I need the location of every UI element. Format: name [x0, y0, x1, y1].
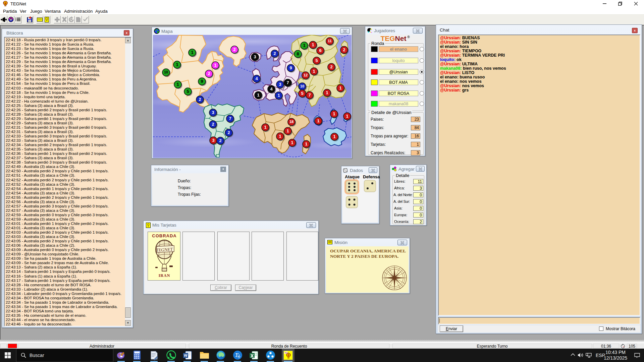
svg-text:3: 3 [212, 138, 214, 143]
svg-text:1: 1 [312, 42, 314, 47]
svg-text:7: 7 [308, 93, 311, 98]
svg-text:9: 9 [289, 65, 292, 70]
svg-text:2: 2 [199, 97, 201, 102]
svg-text:1: 1 [339, 85, 341, 90]
svg-text:1: 1 [317, 118, 319, 123]
svg-text:7: 7 [286, 80, 289, 85]
svg-text:6: 6 [319, 48, 321, 53]
svg-text:7: 7 [229, 116, 231, 121]
svg-text:1: 1 [305, 141, 307, 146]
svg-text:1: 1 [303, 43, 305, 48]
svg-text:4: 4 [270, 86, 273, 92]
svg-text:1: 1 [191, 50, 193, 55]
svg-text:3: 3 [212, 110, 214, 115]
svg-text:1: 1 [214, 63, 216, 68]
svg-text:4: 4 [255, 76, 258, 81]
svg-text:18: 18 [289, 120, 293, 124]
svg-text:1: 1 [279, 134, 281, 139]
svg-text:1: 1 [176, 62, 178, 67]
svg-text:2: 2 [208, 71, 210, 76]
svg-text:2: 2 [233, 47, 235, 52]
svg-text:2: 2 [343, 47, 345, 52]
svg-text:1: 1 [176, 82, 179, 87]
svg-text:1: 1 [313, 69, 315, 74]
svg-text:2: 2 [227, 130, 230, 135]
svg-text:3: 3 [279, 82, 281, 87]
svg-text:1: 1 [333, 111, 335, 116]
svg-text:1: 1 [326, 90, 328, 95]
svg-text:2: 2 [330, 64, 332, 69]
svg-text:10: 10 [300, 84, 304, 88]
svg-text:1: 1 [264, 125, 266, 130]
svg-text:1: 1 [333, 134, 335, 139]
svg-text:1: 1 [346, 114, 348, 119]
svg-text:8: 8 [297, 51, 299, 56]
svg-text:1: 1 [291, 140, 293, 145]
svg-text:5: 5 [315, 58, 318, 63]
svg-text:TEGNET: TEGNET [156, 247, 173, 253]
svg-text:2: 2 [212, 122, 214, 127]
svg-text:9: 9 [201, 79, 203, 84]
svg-text:12: 12 [304, 73, 308, 77]
svg-text:5: 5 [301, 91, 303, 96]
svg-text:2: 2 [273, 51, 276, 56]
svg-text:2: 2 [219, 138, 221, 143]
svg-text:10: 10 [164, 70, 168, 74]
svg-text:1: 1 [277, 93, 280, 98]
svg-text:11: 11 [328, 39, 332, 43]
svg-text:5: 5 [186, 89, 189, 94]
svg-text:3: 3 [254, 54, 256, 59]
svg-text:1: 1 [257, 93, 259, 98]
svg-text:1: 1 [286, 128, 289, 133]
